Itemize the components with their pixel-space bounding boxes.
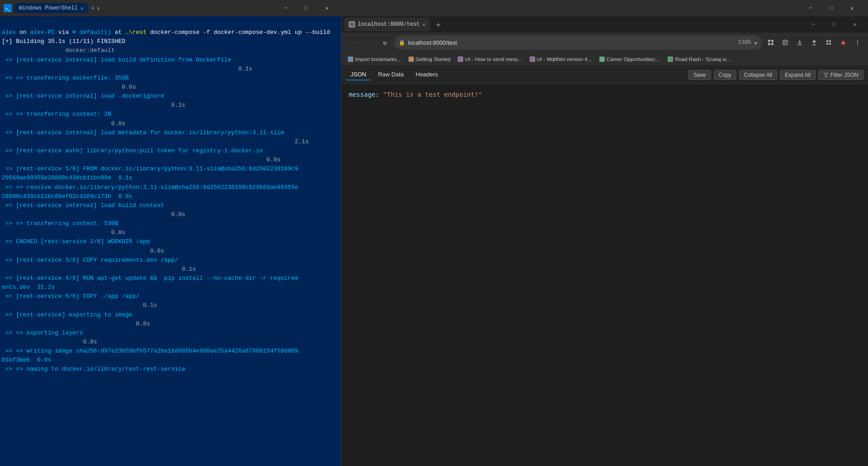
bookmark-gs-label: Getting Started xyxy=(416,56,451,62)
bookmark-import-label: Import bookmarks... xyxy=(355,56,401,62)
ps-line-6: => [rest-service auth] library/python:pu… xyxy=(2,147,263,154)
browser-tab-localhost[interactable]: localhost:8000/test ✕ xyxy=(344,18,430,31)
json-copy-btn[interactable]: Copy xyxy=(714,70,736,80)
powershell-panel: >_ Windows PowerShell ✕ ＋ ∨ — □ ✕ alex o… xyxy=(0,0,342,466)
json-collapse-all-btn[interactable]: Collapse All xyxy=(739,70,778,80)
address-bar-star-icon[interactable]: ★ xyxy=(754,39,758,47)
svg-rect-3 xyxy=(768,40,770,42)
svg-rect-16 xyxy=(829,43,831,45)
browser-content: JSON Raw Data Headers Save Copy Collapse… xyxy=(342,66,868,466)
ps-username: alex xyxy=(2,29,16,36)
browser-close-btn[interactable]: ✕ xyxy=(842,0,863,16)
ps-line-18: => => naming to docker.io/library/rest-r… xyxy=(2,366,185,372)
ps-line-11: => CACHED [rest-service 2/6] WORKDIR /ap… xyxy=(2,238,150,245)
ps-window-controls: — □ ✕ xyxy=(275,0,337,16)
profile-icon[interactable] xyxy=(807,36,821,49)
ps-line-building: [+] Building 35.1s (11/11) FINISHED xyxy=(2,38,125,45)
browser-nav-icons-right: ! xyxy=(764,36,864,49)
bookmark-road-rash[interactable]: Road Rash - Szukaj w... xyxy=(665,56,733,63)
bookmark-import-icon xyxy=(348,56,353,62)
ps-line-17b: 01bf3be6 0.0s xyxy=(2,357,51,363)
ps-line-docker-default: docker:default xyxy=(2,47,115,54)
collections-icon[interactable] xyxy=(764,36,778,49)
browser-panel: — □ ✕ localhost:8000/test ✕ ＋ — □ ✕ ← → … xyxy=(342,0,868,466)
ps-context: ⊕ default() xyxy=(72,29,111,36)
browser-forward-btn[interactable]: → xyxy=(361,35,376,50)
bookmark-cs1-icon xyxy=(458,56,463,62)
ps-line-14: => [rest-service 5/6] COPY ./app /app/ xyxy=(2,293,139,300)
browser-nav-bar: ← → ↻ 🔒 localhost:8000/test 130% ★ xyxy=(342,33,868,52)
json-save-btn[interactable]: Save xyxy=(688,70,711,80)
address-bar[interactable]: 🔒 localhost:8000/test 130% ★ xyxy=(394,35,762,50)
browser-tab-close-btn[interactable]: ✕ xyxy=(422,22,426,28)
ps-new-tab-btn[interactable]: ＋ xyxy=(90,4,96,12)
ps-line-9: => [rest-service internal] load build co… xyxy=(2,202,164,209)
json-tab-btn-headers[interactable]: Headers xyxy=(411,69,442,80)
browser-refresh-btn[interactable]: ↻ xyxy=(378,35,392,50)
browser-minimize-btn[interactable]: — xyxy=(800,0,821,16)
bookmark-csharp-send[interactable]: c# - How to send mess... xyxy=(455,56,525,63)
bookmark-career[interactable]: Career Opportunities:... xyxy=(597,56,664,63)
bookmark-getting-started[interactable]: Getting Started xyxy=(406,56,453,63)
bookmark-import[interactable]: Import bookmarks... xyxy=(345,56,404,63)
svg-rect-5 xyxy=(768,43,770,45)
svg-point-25 xyxy=(600,57,604,61)
browser-tab-min-btn[interactable]: — xyxy=(803,16,824,33)
ps-line-16: => => exporting layers xyxy=(2,329,83,336)
ps-line-15: => [rest-service] exporting to image xyxy=(2,311,133,318)
json-expand-all-btn[interactable]: Expand All xyxy=(780,70,816,80)
download-icon[interactable] xyxy=(793,36,806,49)
browser-maximize-btn[interactable]: □ xyxy=(821,0,842,16)
svg-point-19 xyxy=(857,42,858,43)
json-tab-btn-json[interactable]: JSON xyxy=(346,69,371,80)
ps-tab-close-btn[interactable]: ✕ xyxy=(81,5,84,11)
json-tab-btn-rawdata[interactable]: Raw Data xyxy=(374,69,408,80)
svg-point-21 xyxy=(349,57,352,61)
svg-point-2 xyxy=(350,23,354,26)
browser-new-tab-btn[interactable]: ＋ xyxy=(432,19,445,30)
ps-line-12: => [rest-service 3/6] COPY requirements.… xyxy=(2,257,178,264)
bookmark-rr-icon xyxy=(668,56,673,62)
ps-line-5: => [rest-service internal] load metadata… xyxy=(2,129,284,136)
ps-command: docker-compose -f docker-compose-dev.yml… xyxy=(147,29,330,36)
svg-point-26 xyxy=(669,57,672,61)
svg-text:>_: >_ xyxy=(5,7,10,11)
history-icon[interactable] xyxy=(778,36,792,49)
ps-line-1: => [rest-service internal] load build de… xyxy=(2,56,231,63)
ps-maximize-btn[interactable]: □ xyxy=(296,0,317,16)
browser-tab-favicon xyxy=(349,21,355,28)
ps-hostname: alex-PC xyxy=(30,29,55,36)
ps-tab-chevron-icon[interactable]: ∨ xyxy=(97,5,100,11)
ps-close-btn[interactable]: ✕ xyxy=(317,0,337,16)
bookmark-career-icon xyxy=(599,56,605,62)
ps-line-3: => [rest-service internal] load .dockeri… xyxy=(2,93,164,99)
ps-line-8b: 28890c438cb11bc88ef02cd189c173b 0.0s xyxy=(2,193,133,200)
svg-point-23 xyxy=(459,57,462,61)
json-filter-btn[interactable]: Filter JSON xyxy=(818,70,863,80)
browser-back-btn[interactable]: ← xyxy=(345,35,360,50)
extensions-icon[interactable] xyxy=(822,36,835,49)
browser-tab-max-btn[interactable]: □ xyxy=(824,16,844,33)
address-bar-zoom: 130% xyxy=(738,39,751,46)
svg-point-18 xyxy=(857,40,858,41)
json-filter-label: Filter JSON xyxy=(830,72,859,78)
svg-point-24 xyxy=(531,57,534,61)
security-warning-icon[interactable]: ! xyxy=(836,36,850,49)
ps-line-7b: 29569ae99355e28890c438cb11bc88e 0.1s xyxy=(2,174,133,181)
ps-line-7: => [rest-service 1/6] FROM docker.io/lib… xyxy=(2,165,298,172)
browser-tab-close-win-btn[interactable]: ✕ xyxy=(844,16,865,33)
ps-minimize-btn[interactable]: — xyxy=(275,0,296,16)
ps-tab[interactable]: Windows PowerShell ✕ xyxy=(14,3,88,13)
ps-icon: >_ xyxy=(4,4,12,12)
filter-icon xyxy=(823,72,829,78)
ps-path: …\rest xyxy=(125,29,147,36)
ps-terminal-content[interactable]: alex on alex-PC via ⊕ default() at …\res… xyxy=(0,16,341,466)
svg-rect-4 xyxy=(771,40,773,42)
svg-rect-14 xyxy=(829,40,831,42)
svg-rect-13 xyxy=(826,40,828,42)
ps-line-10: => => transferring context: 530B xyxy=(2,220,118,227)
bookmark-mqtt-version[interactable]: c# - MqttNet version 4... xyxy=(527,56,595,63)
settings-menu-btn[interactable] xyxy=(851,36,864,49)
svg-point-12 xyxy=(813,40,816,43)
ps-line-8: => => resolve docker.io/library/python:3… xyxy=(2,184,298,191)
